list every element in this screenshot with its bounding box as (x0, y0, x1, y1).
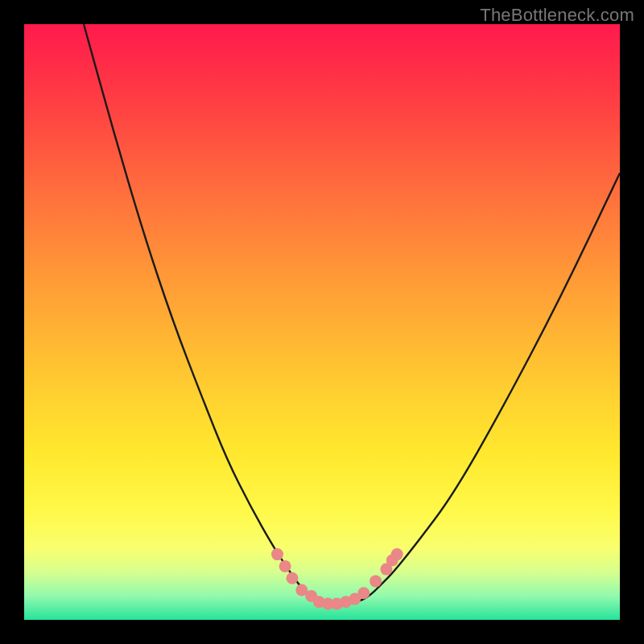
curve-marker (287, 572, 299, 584)
curve-marker (369, 575, 382, 587)
chart-plot-area (24, 24, 620, 620)
curve-markers (271, 548, 403, 609)
watermark-text: TheBottleneck.com (480, 5, 634, 26)
curve-marker (391, 548, 403, 560)
curve-marker (357, 587, 369, 599)
chart-svg (24, 24, 620, 620)
curve-marker (271, 548, 283, 560)
curve-marker (279, 560, 291, 572)
bottleneck-curve (84, 24, 620, 602)
chart-frame: TheBottleneck.com (0, 0, 644, 644)
